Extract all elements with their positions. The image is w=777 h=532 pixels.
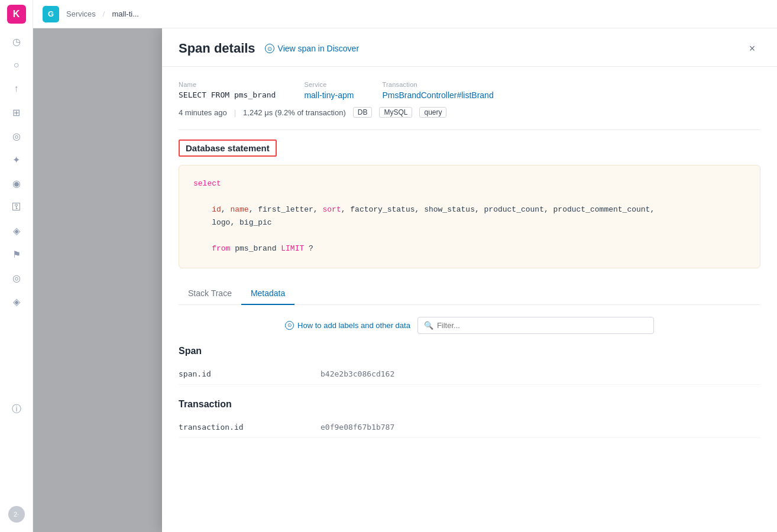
modal-body: Name SELECT FROM pms_brand Service mall-… [162,67,777,532]
transaction-metadata-section: Transaction transaction.id e0f9e08f67b1b… [179,399,760,438]
tab-stack-trace[interactable]: Stack Trace [179,283,241,305]
sql-select-keyword: select [193,179,221,188]
tag-query: query [419,107,446,118]
time-ago: 4 minutes ago [179,108,227,117]
sql-logo-fields: logo, big_pic [212,218,271,227]
span-details-panel: Span details ⊙ View span in Discover × N… [162,28,777,532]
sidebar-item-circle[interactable]: ○ [6,54,27,76]
sidebar-item-flag[interactable]: ⚑ [6,244,27,265]
sql-from-keyword: from [212,244,230,253]
sidebar-item-bookmark[interactable]: ◈ [6,220,27,241]
content-area: Span details ⊙ View span in Discover × N… [33,28,777,532]
sidebar-logo[interactable]: K [7,5,26,24]
span-name-col: Name SELECT FROM pms_brand [179,81,276,100]
span-meta-row: 4 minutes ago | 1,242 μs (9.2% of transa… [179,107,760,118]
database-statement-section: Database statement select id, name, firs… [179,140,760,268]
span-section-title: Span [179,346,760,356]
sidebar-item-apm[interactable]: ◷ [6,31,27,52]
topbar-services-link[interactable]: Services [66,9,96,18]
tag-mysql: MySQL [379,107,412,118]
divider-1 [179,129,760,130]
transaction-section-title: Transaction [179,399,760,410]
topbar-logo: G [43,6,59,22]
modal-header: Span details ⊙ View span in Discover × [162,28,777,67]
sidebar-item-info[interactable]: ⓘ [6,398,27,420]
span-metadata-section: Span span.id b42e2b3c086cd162 [179,346,760,385]
view-in-discover-label: View span in Discover [278,44,359,53]
span-metadata-table: span.id b42e2b3c086cd162 [179,364,760,385]
topbar-current-page: mall-ti... [112,9,139,18]
span-service-col: Service mall-tiny-apm [304,81,354,100]
sql-table-name: pms_brand [230,244,281,253]
span-name-value: SELECT FROM pms_brand [179,90,276,99]
sidebar-item-settings[interactable]: ◉ [6,173,27,194]
name-label: Name [179,81,276,88]
span-transaction-col: Transaction PmsBrandController#listBrand [382,81,760,100]
span-info-grid: Name SELECT FROM pms_brand Service mall-… [179,81,760,100]
view-in-discover-link[interactable]: ⊙ View span in Discover [265,44,359,53]
tab-metadata[interactable]: Metadata [241,283,294,305]
sql-limit-keyword: LIMIT [281,244,304,253]
sidebar: K ◷ ○ ↑ ⊞ ◎ ✦ ◉ ⚿ ◈ ⚑ ◎ ◈ ⓘ 2· [0,0,33,532]
transaction-value[interactable]: PmsBrandController#listBrand [382,90,760,100]
span-info-section: Name SELECT FROM pms_brand Service mall-… [179,81,760,118]
sidebar-item-table[interactable]: ⊞ [6,102,27,123]
main-area: G Services / mall-ti... Span details ⊙ V… [33,0,777,532]
db-statement-title: Database statement [179,140,277,157]
span-id-key: span.id [179,364,320,385]
tag-db: DB [353,107,373,118]
modal-title: Span details [179,41,255,56]
service-value[interactable]: mall-tiny-apm [304,90,354,100]
filter-input-wrap: 🔍 [417,317,654,334]
transaction-id-key: transaction.id [179,417,320,438]
duration: 1,242 μs (9.2% of transaction) [243,108,346,117]
sidebar-item-lock[interactable]: ⚿ [6,196,27,218]
table-row: span.id b42e2b3c086cd162 [179,364,760,385]
sidebar-item-map[interactable]: ◎ [6,267,27,288]
transaction-id-value: e0f9e08f67b1b787 [320,417,760,438]
service-label: Service [304,81,354,88]
sql-limit-param: ? [304,244,313,253]
user-avatar[interactable]: 2· [8,506,25,523]
metadata-content: ⊙ How to add labels and other data 🔍 Spa… [179,317,760,438]
transaction-label: Transaction [382,81,760,88]
how-to-link[interactable]: ⊙ How to add labels and other data [285,321,410,330]
sidebar-item-search[interactable]: ◎ [6,125,27,147]
close-button[interactable]: × [744,40,760,57]
sql-code-block: select id, name, first_letter, sort, fac… [179,165,760,268]
sql-field-name: name [230,205,248,214]
meta-separator-1: | [234,108,236,117]
sql-rest-fields: , factory_status, show_status, product_c… [341,205,655,214]
sql-comma-2: , first_letter, [249,205,323,214]
tabs-row: Stack Trace Metadata [179,283,760,305]
sidebar-item-upload[interactable]: ↑ [6,78,27,99]
metadata-toolbar: ⊙ How to add labels and other data 🔍 [179,317,760,334]
sidebar-item-users[interactable]: ✦ [6,149,27,170]
table-row: transaction.id e0f9e08f67b1b787 [179,417,760,438]
topbar-separator: / [103,9,105,18]
filter-icon: 🔍 [424,321,433,330]
sql-field-id: id [212,205,221,214]
transaction-metadata-table: transaction.id e0f9e08f67b1b787 [179,417,760,438]
how-to-icon: ⊙ [285,321,294,330]
discover-icon: ⊙ [265,44,274,53]
sql-field-sort: sort [322,205,341,214]
topbar: G Services / mall-ti... [33,0,777,28]
filter-input[interactable] [437,321,648,330]
how-to-label: How to add labels and other data [297,321,410,330]
sql-comma-1: , [221,205,231,214]
sidebar-item-gift[interactable]: ◈ [6,291,27,312]
span-id-value: b42e2b3c086cd162 [320,364,760,385]
